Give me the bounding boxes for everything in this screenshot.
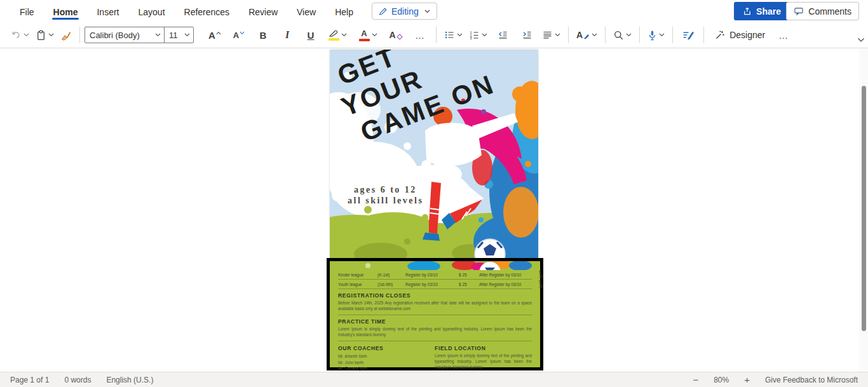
chevron-down-icon	[372, 33, 377, 37]
divider	[79, 27, 80, 43]
grow-font-letter: A	[208, 31, 215, 40]
chevron-down-icon	[184, 33, 190, 37]
after-register-deadline: After Register by 03/10	[479, 282, 539, 287]
italic-button[interactable]: I	[275, 25, 299, 44]
decrease-indent-button[interactable]	[491, 25, 515, 44]
shrink-font-button[interactable]: A	[227, 25, 251, 44]
field-location-column: FIELD LOCATION Lorem Ipsum is simply dum…	[435, 342, 532, 372]
clear-formatting-button[interactable]: A	[383, 25, 409, 44]
more-font-options-button[interactable]: …	[409, 25, 431, 44]
comments-button[interactable]: Comments	[786, 2, 859, 20]
pricing-row: Youth league (1st-9th) Register by 03/10…	[338, 280, 532, 289]
increase-indent-button[interactable]	[515, 25, 539, 44]
eraser-diamond-icon	[397, 34, 403, 40]
status-bar: Page 1 of 1 0 words English (U.S.) − 80%…	[0, 372, 868, 387]
font-name-value: Calibri (Body)	[90, 31, 153, 40]
league-grade: (1st-9th)	[377, 282, 405, 287]
divider	[338, 315, 532, 315]
menu-tab-view[interactable]: View	[287, 1, 325, 22]
font-color-button[interactable]: A	[353, 25, 383, 44]
highlighter-icon	[329, 30, 339, 41]
document-canvas[interactable]: GET YOUR GAME ON ages 6 to 12 all skill …	[0, 48, 868, 372]
pencil-icon	[379, 7, 388, 16]
our-coaches-heading: OUR COACHES	[338, 345, 435, 351]
menu-tabs: File Home Insert Layout References Revie…	[0, 1, 363, 22]
more-ribbon-options-button[interactable]: …	[771, 25, 796, 44]
zoom-in-button[interactable]: +	[744, 374, 750, 385]
font-size-value: 11	[169, 31, 182, 40]
ellipsis-icon: …	[415, 30, 425, 41]
undo-button[interactable]	[8, 25, 32, 44]
flyer-artwork: GET YOUR GAME ON ages 6 to 12 all skill …	[330, 50, 538, 259]
vertical-scrollbar[interactable]	[859, 48, 868, 372]
feedback-link[interactable]: Give Feedback to Microsoft	[765, 376, 858, 384]
register-deadline: Register by 03/10	[405, 282, 459, 287]
collapse-ribbon-button[interactable]	[857, 34, 865, 45]
zoom-level[interactable]: 80%	[714, 376, 729, 384]
editing-mode-label: Editing	[391, 6, 419, 17]
font-size-select[interactable]: 11	[164, 27, 194, 43]
magic-wand-icon	[715, 30, 725, 40]
bullet-list-button[interactable]	[441, 25, 466, 44]
menu-tab-help[interactable]: Help	[325, 1, 363, 22]
numbered-list-button[interactable]: 123	[466, 25, 491, 44]
league-grade: (K-1st)	[377, 273, 405, 277]
practice-time-body: Lorem Ipsum is simply dummy text of the …	[338, 326, 532, 337]
styles-button[interactable]: A	[573, 25, 600, 44]
alignment-button[interactable]	[539, 25, 564, 44]
word-count[interactable]: 0 words	[64, 376, 91, 384]
shrink-font-letter: A	[233, 31, 239, 39]
chevron-down-icon	[24, 33, 29, 37]
register-deadline: Register by 03/10	[405, 273, 459, 277]
divider	[639, 27, 640, 43]
format-painter-button[interactable]	[57, 25, 75, 44]
flyer-tagline-line1: ages 6 to 12	[354, 185, 417, 194]
dictate-button[interactable]	[644, 25, 668, 44]
practice-time-heading: PRACTICE TIME	[338, 318, 532, 325]
underline-letter: U	[308, 31, 315, 40]
menu-tab-layout[interactable]: Layout	[128, 1, 174, 22]
registration-closes-body: Before March 24th, 2025 Any registration…	[338, 300, 532, 311]
menu-tab-home[interactable]: Home	[44, 1, 88, 22]
scrollbar-thumb[interactable]	[862, 86, 866, 331]
language-indicator[interactable]: English (U.S.)	[106, 376, 153, 384]
editing-mode-button[interactable]: Editing	[372, 3, 437, 20]
register-price: $ 25	[459, 273, 479, 277]
paste-button[interactable]	[32, 25, 57, 44]
share-button[interactable]: Share	[734, 2, 789, 20]
chevron-down-icon	[555, 33, 560, 37]
editor-button[interactable]	[677, 25, 699, 44]
menu-tab-insert[interactable]: Insert	[87, 1, 128, 22]
chevron-down-icon	[626, 33, 632, 37]
chevron-down-icon	[424, 10, 430, 13]
document-page[interactable]: GET YOUR GAME ON ages 6 to 12 all skill …	[330, 50, 538, 259]
clear-format-letter: A	[389, 31, 395, 39]
registration-closes-heading: REGISTRATION CLOSES	[338, 292, 532, 299]
font-name-select[interactable]: Calibri (Body)	[85, 27, 165, 43]
highlight-color-button[interactable]	[322, 25, 353, 44]
italic-letter: I	[285, 30, 289, 40]
menu-tab-references[interactable]: References	[175, 1, 240, 22]
underline-button[interactable]: U	[299, 25, 322, 44]
ellipsis-icon: …	[778, 30, 789, 41]
coaches-field-columns: OUR COACHES Mr. Arberth Seth Mr. John be…	[338, 342, 532, 372]
grow-font-button[interactable]: A	[203, 25, 227, 44]
page-indicator[interactable]: Page 1 of 1	[10, 376, 49, 384]
menu-tab-review[interactable]: Review	[239, 1, 287, 22]
zoom-out-button[interactable]: −	[693, 374, 698, 385]
designer-button[interactable]: Designer	[709, 25, 771, 44]
menu-tab-file[interactable]: File	[10, 1, 44, 22]
bold-button[interactable]: B	[251, 25, 275, 44]
svg-text:3: 3	[470, 36, 472, 40]
divider	[338, 341, 532, 341]
chevron-down-icon	[457, 33, 463, 37]
divider	[703, 27, 704, 43]
find-button[interactable]	[610, 25, 635, 44]
divider	[436, 27, 437, 43]
flyer-info-content: Kinder league (K-1st) Register by 03/10 …	[330, 270, 540, 372]
chevron-down-icon	[48, 33, 54, 37]
bold-letter: B	[260, 31, 267, 40]
chevron-down-icon	[155, 33, 161, 37]
selected-flyer-block[interactable]: Kinder league (K-1st) Register by 03/10 …	[327, 258, 543, 370]
after-register-deadline: After Register by 03/10	[479, 273, 539, 277]
